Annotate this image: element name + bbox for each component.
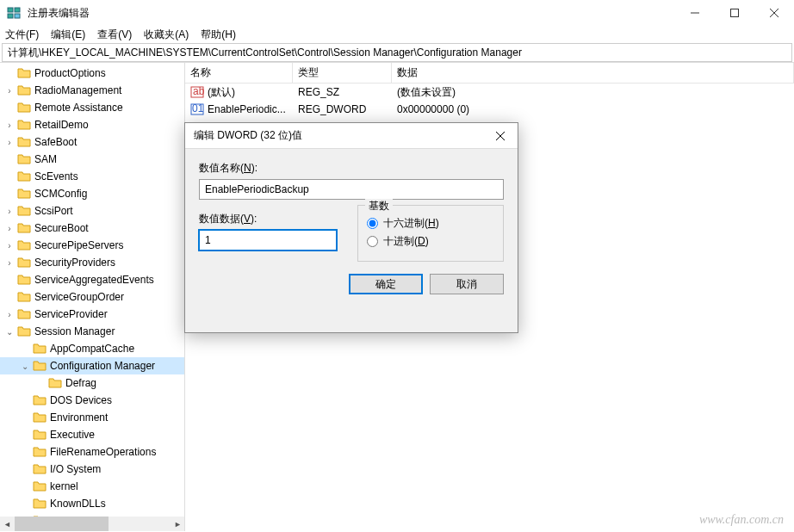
chevron-right-icon (19, 498, 31, 510)
col-name[interactable]: 名称 (185, 63, 293, 83)
value-data-input[interactable] (199, 230, 337, 251)
chevron-right-icon (19, 394, 31, 406)
chevron-right-icon (19, 343, 31, 355)
menu-favorites[interactable]: 收藏夹(A) (144, 28, 189, 42)
folder-icon (17, 170, 31, 183)
tree-item[interactable]: ›SecurePipeServers (0, 237, 184, 254)
tree-item[interactable]: Defrag (0, 374, 184, 392)
chevron-right-icon (19, 446, 31, 458)
binary-value-icon: 011 (190, 102, 204, 116)
tree-item[interactable]: Remote Assistance (0, 99, 184, 116)
col-data[interactable]: 数据 (392, 63, 794, 83)
chevron-right-icon[interactable]: › (3, 205, 16, 217)
tree-item[interactable]: I/O System (0, 461, 184, 478)
chevron-right-icon[interactable]: › (3, 119, 16, 131)
regedit-icon (7, 6, 21, 20)
folder-icon (17, 325, 31, 338)
folder-icon (17, 307, 31, 321)
tree-item[interactable]: ServiceGroupOrder (0, 288, 184, 306)
address-bar[interactable]: 计算机\HKEY_LOCAL_MACHINE\SYSTEM\CurrentCon… (2, 43, 792, 62)
tree-item[interactable]: SCMConfig (0, 185, 184, 202)
scroll-left-icon[interactable]: ◄ (0, 517, 15, 531)
tree-item[interactable]: ›RetailDemo (0, 116, 184, 133)
tree-item-label: Environment (50, 411, 108, 424)
scroll-thumb[interactable] (15, 517, 109, 531)
chevron-right-icon[interactable]: › (3, 308, 16, 320)
value-name-field[interactable]: EnablePeriodicBackup (199, 179, 504, 200)
menu-file[interactable]: 文件(F) (5, 28, 39, 42)
tree-hscrollbar[interactable]: ◄ ► (0, 517, 185, 531)
tree-item-label: RetailDemo (34, 119, 89, 131)
svg-text:ab: ab (193, 85, 204, 97)
tree-item-label: SafeBoot (34, 136, 77, 148)
tree-pane[interactable]: ProductOptions›RadioManagementRemote Ass… (0, 63, 185, 531)
radio-hex-input[interactable] (367, 218, 378, 229)
tree-item[interactable]: Executive (0, 426, 184, 443)
tree-item-label: ProductOptions (34, 67, 106, 79)
tree-item[interactable]: ProductOptions (0, 65, 184, 82)
menu-edit[interactable]: 编辑(E) (51, 28, 85, 42)
chevron-right-icon[interactable]: › (3, 239, 16, 251)
tree-item[interactable]: ›SafeBoot (0, 133, 184, 151)
tree-item-label: SecurePipeServers (34, 239, 123, 251)
tree-item[interactable]: ⌄Configuration Manager (0, 357, 184, 374)
tree-item[interactable]: ServiceAggregatedEvents (0, 271, 184, 288)
svg-text:011: 011 (192, 102, 204, 114)
chevron-right-icon (19, 411, 31, 424)
folder-icon (17, 118, 31, 132)
tree-item[interactable]: KnownDLLs (0, 495, 184, 512)
tree-item[interactable]: ›SecurityProviders (0, 254, 184, 271)
radio-hex[interactable]: 十六进制(H) (367, 216, 494, 231)
tree-item-label: SCMConfig (34, 188, 87, 200)
cancel-button[interactable]: 取消 (430, 274, 504, 294)
menu-help[interactable]: 帮助(H) (201, 28, 236, 42)
chevron-down-icon[interactable]: ⌄ (3, 325, 16, 337)
tree-item[interactable]: ⌄Session Manager (0, 323, 184, 340)
tree-item-label: ServiceAggregatedEvents (34, 274, 154, 286)
dialog-close-button[interactable] (483, 123, 518, 149)
value-name-label: 数值名称(N): (199, 161, 504, 176)
tree-item-label: SAM (34, 153, 57, 165)
radio-dec-input[interactable] (367, 236, 378, 247)
close-button[interactable] (754, 0, 794, 26)
tree-item[interactable]: DOS Devices (0, 392, 184, 409)
folder-icon (17, 238, 31, 252)
tree-item[interactable]: kernel (0, 478, 184, 495)
maximize-button[interactable] (715, 0, 754, 26)
dialog-titlebar[interactable]: 编辑 DWORD (32 位)值 (185, 123, 518, 149)
scroll-right-icon[interactable]: ► (171, 517, 185, 531)
tree-item-label: RadioManagement (34, 84, 121, 96)
chevron-right-icon[interactable]: › (3, 222, 16, 234)
folder-icon (48, 376, 62, 390)
tree-item[interactable]: ScEvents (0, 168, 184, 185)
tree-item-label: ServiceProvider (34, 308, 108, 320)
ok-button[interactable]: 确定 (349, 274, 423, 294)
dialog-title: 编辑 DWORD (32 位)值 (194, 128, 483, 143)
tree-item[interactable]: ›RadioManagement (0, 82, 184, 99)
tree-item[interactable]: ›ServiceProvider (0, 306, 184, 323)
tree-item[interactable]: ›ScsiPort (0, 202, 184, 220)
chevron-right-icon[interactable]: › (3, 136, 16, 148)
tree-item-label: DOS Devices (50, 394, 112, 406)
tree-item[interactable]: AppCompatCache (0, 340, 184, 357)
chevron-right-icon[interactable]: › (3, 257, 16, 269)
tree-item[interactable]: FileRenameOperations (0, 443, 184, 461)
tree-item[interactable]: Environment (0, 409, 184, 426)
list-row[interactable]: ab(默认)REG_SZ(数值未设置) (185, 84, 794, 101)
tree-item-label: kernel (50, 480, 78, 492)
menu-view[interactable]: 查看(V) (97, 28, 132, 42)
folder-icon (17, 273, 31, 287)
chevron-down-icon[interactable]: ⌄ (19, 360, 31, 372)
radio-dec[interactable]: 十进制(D) (367, 234, 494, 249)
folder-icon (33, 479, 47, 493)
chevron-right-icon (3, 274, 16, 286)
folder-icon (33, 428, 47, 442)
tree-item[interactable]: ›SecureBoot (0, 220, 184, 237)
tree-item-label: AppCompatCache (50, 343, 134, 355)
minimize-button[interactable] (675, 0, 715, 26)
tree-item[interactable]: SAM (0, 151, 184, 168)
tree-item-label: Session Manager (34, 325, 115, 337)
list-row[interactable]: 011EnablePeriodic...REG_DWORD0x00000000 … (185, 101, 794, 118)
chevron-right-icon[interactable]: › (3, 84, 16, 96)
col-type[interactable]: 类型 (293, 63, 392, 83)
